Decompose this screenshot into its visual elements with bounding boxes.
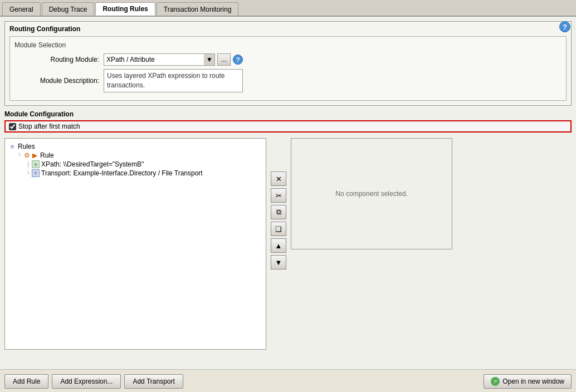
- tab-general[interactable]: General: [2, 2, 41, 16]
- open-in-new-window-button[interactable]: Open in new window: [484, 374, 572, 389]
- routing-module-row: Routing Module: XPath / Attribute ▼ ... …: [14, 53, 562, 66]
- browse-button[interactable]: ...: [217, 53, 231, 66]
- main-container: General Debug Trace Routing Rules Transa…: [0, 0, 576, 392]
- connector-3: └: [26, 170, 30, 177]
- xpath-label: XPath: \\DesiredTarget="SystemB": [41, 160, 144, 168]
- stop-after-label: Stop after first match: [18, 122, 80, 130]
- open-window-icon: [491, 377, 500, 386]
- rules-label: Rules: [18, 143, 35, 150]
- routing-config-section: Routing Configuration Module Selection R…: [4, 21, 572, 106]
- transport-icon: T: [32, 169, 40, 177]
- move-down-button[interactable]: ▼: [271, 255, 286, 270]
- rule-label: Rule: [40, 151, 54, 159]
- open-window-label: Open in new window: [502, 378, 564, 385]
- module-config-header: Module Configuration: [4, 110, 572, 118]
- rules-main-area: ≡ Rules └ ⚙ ▶ Rule ├ X XPath: \\DesiredT…: [4, 138, 572, 350]
- routing-module-controls: XPath / Attribute ▼ ... ?: [104, 53, 243, 66]
- cut-button[interactable]: ✂: [271, 188, 286, 203]
- content-area: ? Routing Configuration Module Selection…: [0, 17, 576, 369]
- tab-debug-trace[interactable]: Debug Trace: [42, 2, 95, 16]
- tree-node-rule[interactable]: └ ⚙ ▶ Rule: [17, 151, 262, 160]
- tab-transaction-monitoring[interactable]: Transaction Monitoring: [157, 2, 239, 16]
- add-rule-button[interactable]: Add Rule: [4, 374, 48, 389]
- tree-panel[interactable]: ≡ Rules └ ⚙ ▶ Rule ├ X XPath: \\DesiredT…: [4, 138, 266, 350]
- tree-node-rules[interactable]: ≡ Rules: [8, 142, 262, 151]
- connector-2: ├: [26, 161, 30, 168]
- transport-label: Transport: Example-Interface.Directory /…: [41, 169, 203, 177]
- add-expression-button[interactable]: Add Expression...: [52, 374, 121, 389]
- add-transport-button[interactable]: Add Transport: [124, 374, 183, 389]
- toolbar-buttons: ✕ ✂ ⧉ ❑ ▲ ▼: [271, 138, 286, 270]
- routing-module-label: Routing Module:: [14, 56, 104, 63]
- bottom-left-buttons: Add Rule Add Expression... Add Transport: [4, 374, 183, 389]
- rules-list-icon: ≡: [8, 143, 16, 150]
- routing-module-select[interactable]: XPath / Attribute: [104, 53, 215, 66]
- module-config-section: Module Configuration Stop after first ma…: [4, 110, 572, 133]
- module-help-icon[interactable]: ?: [233, 55, 243, 65]
- routing-config-title: Routing Configuration: [9, 25, 567, 33]
- paste-button[interactable]: ❑: [271, 222, 286, 236]
- no-component-message: No component selected.: [335, 190, 407, 198]
- rule-arrow-icon: ▶: [32, 151, 37, 159]
- delete-button[interactable]: ✕: [271, 171, 286, 186]
- tab-routing-rules[interactable]: Routing Rules: [95, 2, 155, 16]
- tab-bar: General Debug Trace Routing Rules Transa…: [0, 0, 576, 17]
- module-config-title: Module Configuration: [4, 110, 74, 118]
- stop-after-match-wrapper[interactable]: Stop after first match: [4, 120, 572, 133]
- rule-icon: ⚙: [23, 151, 31, 159]
- component-panel: No component selected.: [291, 138, 452, 249]
- module-selection-title: Module Selection: [14, 41, 562, 49]
- stop-after-checkbox[interactable]: [9, 123, 16, 130]
- module-description-row: Module Description: Uses layered XPath e…: [14, 69, 562, 92]
- connector-1: └: [17, 153, 21, 159]
- xpath-icon: X: [32, 160, 40, 168]
- bottom-bar: Add Rule Add Expression... Add Transport…: [0, 369, 576, 392]
- module-description-label: Module Description:: [14, 77, 104, 85]
- copy-button[interactable]: ⧉: [271, 205, 286, 219]
- help-icon[interactable]: ?: [559, 21, 570, 32]
- module-description-value: Uses layered XPath expression to route t…: [104, 69, 243, 92]
- module-description-area: Uses layered XPath expression to route t…: [104, 69, 243, 92]
- routing-module-dropdown-wrapper: XPath / Attribute ▼: [104, 53, 215, 66]
- move-up-button[interactable]: ▲: [271, 238, 286, 253]
- tree-node-transport[interactable]: └ T Transport: Example-Interface.Directo…: [26, 169, 262, 178]
- tree-node-xpath[interactable]: ├ X XPath: \\DesiredTarget="SystemB": [26, 160, 262, 169]
- module-selection-box: Module Selection Routing Module: XPath /…: [9, 36, 567, 101]
